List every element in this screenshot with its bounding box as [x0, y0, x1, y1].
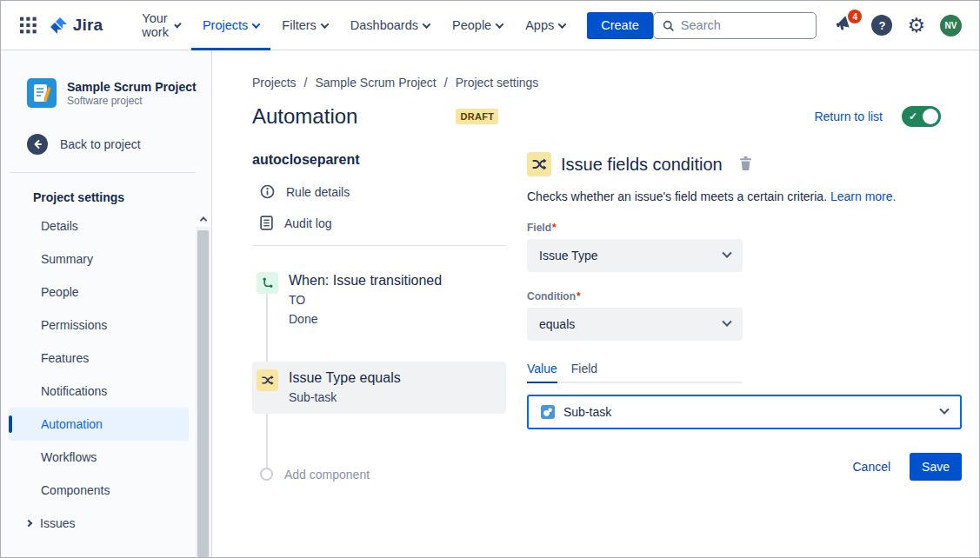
sidebar-item-components[interactable]: Components — [9, 474, 189, 507]
rule-enabled-toggle[interactable]: ✓ — [902, 106, 941, 127]
back-arrow-icon — [27, 134, 48, 155]
nav-dashboards-label: Dashboards — [350, 18, 418, 32]
sidebar-item-permissions[interactable]: Permissions — [9, 309, 189, 342]
search-box — [653, 12, 817, 39]
add-component-button[interactable]: Add component — [252, 468, 506, 482]
status-badge: DRAFT — [456, 109, 498, 124]
project-type: Software project — [67, 95, 197, 107]
condition-item-selected[interactable]: Issue Type equals Sub-task — [252, 362, 506, 414]
chevron-down-icon — [722, 317, 731, 327]
chevron-down-icon — [320, 20, 329, 29]
condition-shuffle-icon — [257, 369, 278, 391]
return-to-list-link[interactable]: Return to list — [814, 110, 883, 123]
settings-gear-icon[interactable]: ⚙ — [907, 16, 925, 36]
back-to-project-link[interactable]: Back to project — [1, 134, 211, 155]
scrollbar-up-button[interactable] — [196, 211, 210, 227]
sidebar-item-summary[interactable]: Summary — [9, 242, 189, 276]
detail-header: Issue fields condition — [527, 152, 962, 176]
condition-select-value: equals — [539, 317, 575, 331]
condition-title: Issue Type equals — [289, 369, 401, 387]
app-switcher-icon[interactable] — [20, 17, 37, 34]
top-navigation: Jira Your work Projects Filters Dashboar… — [1, 1, 979, 50]
nav-filters[interactable]: Filters — [270, 1, 338, 50]
nav-dashboards[interactable]: Dashboards — [339, 1, 441, 50]
trigger-item[interactable]: When: Issue transitioned TO Done — [252, 268, 506, 332]
jira-logo[interactable]: Jira — [49, 15, 103, 36]
nav-filters-label: Filters — [282, 18, 316, 32]
required-asterisk: * — [552, 222, 557, 234]
check-icon: ✓ — [909, 110, 917, 123]
sidebar-item-features[interactable]: Features — [9, 342, 189, 375]
project-header[interactable]: Sample Scrum Project Software project — [1, 78, 211, 108]
help-button[interactable]: ? — [871, 15, 892, 36]
audit-log-link[interactable]: Audit log — [252, 216, 506, 230]
sidebar-item-issues[interactable]: Issues — [9, 507, 189, 540]
save-button[interactable]: Save — [910, 453, 962, 481]
create-button[interactable]: Create — [587, 12, 653, 39]
sidebar-item-workflows[interactable]: Workflows — [9, 441, 189, 474]
sidebar-item-label: People — [41, 285, 79, 299]
value-field-tabs: Value Field — [527, 362, 743, 383]
scrollbar-thumb[interactable] — [197, 230, 209, 557]
chevron-down-icon — [252, 20, 261, 29]
condition-label-text: Condition — [527, 290, 576, 302]
jira-window: Jira Your work Projects Filters Dashboar… — [0, 0, 980, 558]
description-text: Checks whether an issue's field meets a … — [527, 189, 827, 203]
nav-apps[interactable]: Apps — [514, 1, 577, 50]
project-avatar-icon — [27, 78, 57, 108]
value-select-text: Sub-task — [563, 405, 611, 419]
nav-your-work[interactable]: Your work — [130, 1, 191, 50]
user-avatar[interactable]: NV — [940, 15, 962, 37]
field-label: Field* — [527, 222, 962, 234]
value-select[interactable]: Sub-task — [527, 395, 962, 429]
trigger-title: When: Issue transitioned — [289, 272, 442, 289]
sidebar-item-details[interactable]: Details — [9, 209, 189, 242]
rule-panel-divider — [252, 245, 506, 246]
search-input[interactable] — [681, 18, 808, 32]
breadcrumb-project-name[interactable]: Sample Scrum Project — [315, 76, 436, 90]
trigger-text: When: Issue transitioned TO Done — [289, 272, 442, 328]
tab-field[interactable]: Field — [571, 362, 597, 383]
sidebar-item-label: Notifications — [41, 384, 107, 398]
nav-people-label: People — [452, 18, 491, 32]
breadcrumb-projects[interactable]: Projects — [252, 76, 297, 90]
chevron-down-icon — [496, 20, 504, 29]
nav-people[interactable]: People — [441, 1, 514, 50]
chevron-right-icon — [25, 520, 32, 527]
condition-detail-panel: Issue fields condition Checks whether an… — [527, 152, 962, 482]
sidebar-scrollbar — [196, 211, 210, 557]
field-select[interactable]: Issue Type — [527, 239, 743, 272]
detail-title: Issue fields condition — [561, 155, 723, 175]
field-select-value: Issue Type — [539, 249, 597, 262]
tab-value[interactable]: Value — [527, 362, 557, 383]
nav-projects[interactable]: Projects — [191, 1, 270, 50]
sidebar-item-label: Permissions — [41, 318, 107, 332]
breadcrumb-project-settings[interactable]: Project settings — [456, 76, 539, 90]
sidebar-item-automation[interactable]: Automation — [9, 408, 189, 441]
breadcrumb: Projects / Sample Scrum Project / Projec… — [252, 76, 960, 90]
sidebar-menu: Details Summary People Permissions Featu… — [1, 209, 211, 540]
question-mark-icon: ? — [878, 19, 885, 32]
condition-text: Issue Type equals Sub-task — [289, 369, 401, 406]
chevron-down-icon — [722, 249, 731, 258]
learn-more-link[interactable]: Learn more. — [830, 189, 896, 203]
required-asterisk: * — [577, 290, 581, 302]
rule-details-link[interactable]: Rule details — [252, 184, 506, 199]
delete-condition-button[interactable] — [737, 154, 754, 175]
breadcrumb-separator: / — [304, 76, 308, 90]
main-content: Projects / Sample Scrum Project / Projec… — [212, 50, 979, 557]
chevron-down-icon — [558, 20, 567, 29]
cancel-button[interactable]: Cancel — [845, 455, 897, 479]
condition-select[interactable]: equals — [527, 308, 743, 341]
breadcrumb-separator: / — [444, 76, 448, 90]
sidebar-item-label: Summary — [41, 252, 93, 266]
sidebar-item-notifications[interactable]: Notifications — [9, 375, 189, 408]
sidebar-item-label: Details — [41, 219, 78, 233]
sidebar-item-people[interactable]: People — [9, 276, 189, 309]
condition-value: Sub-task — [289, 389, 401, 406]
notifications-button[interactable]: 4 — [834, 13, 857, 37]
project-sidebar: Sample Scrum Project Software project Ba… — [1, 50, 212, 557]
detail-description: Checks whether an issue's field meets a … — [527, 189, 962, 203]
add-component-label: Add component — [284, 468, 370, 482]
back-to-project-label: Back to project — [60, 137, 141, 151]
